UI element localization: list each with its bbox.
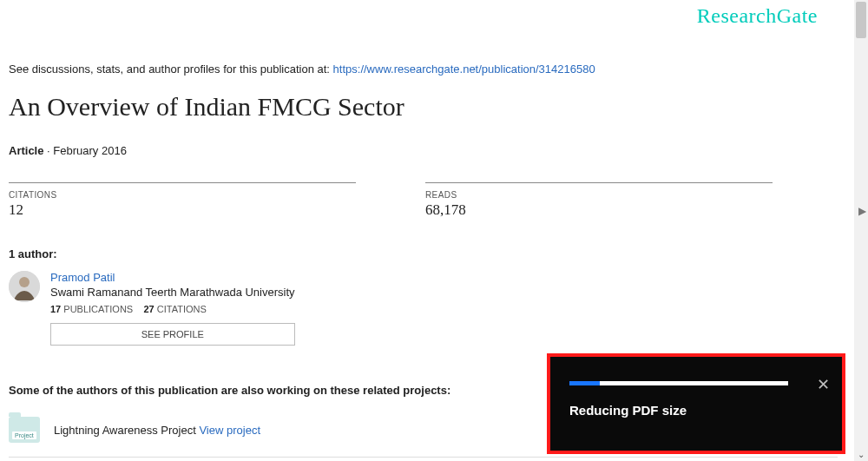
scroll-down-arrow-icon[interactable]: ⌄ bbox=[854, 447, 868, 461]
avatar-icon bbox=[9, 271, 40, 302]
authors-header: 1 author: bbox=[9, 247, 57, 260]
author-stats: 17 PUBLICATIONS 27 CITATIONS bbox=[50, 304, 295, 314]
author-cits-n: 27 bbox=[143, 304, 154, 314]
divider bbox=[9, 182, 356, 183]
reads-value: 68,178 bbox=[425, 201, 773, 219]
stats-row: CITATIONS 12 READS 68,178 bbox=[9, 182, 829, 219]
publication-url-link[interactable]: https://www.researchgate.net/publication… bbox=[333, 63, 595, 76]
author-block: Pramod Patil Swami Ramanand Teerth Marat… bbox=[9, 271, 295, 346]
related-projects-header: Some of the authors of this publication … bbox=[9, 384, 450, 397]
project-row: Project Lightning Awareness Project View… bbox=[9, 417, 260, 443]
author-pubs-n: 17 bbox=[50, 304, 61, 314]
project-text: Lightning Awareness Project View project bbox=[54, 424, 260, 437]
author-avatar[interactable] bbox=[9, 271, 40, 302]
divider bbox=[9, 457, 838, 458]
toast-highlight-frame: Reducing PDF size ✕ bbox=[547, 353, 845, 454]
intro-line: See discussions, stats, and author profi… bbox=[9, 63, 595, 76]
publication-title: An Overview of Indian FMCG Sector bbox=[9, 92, 404, 122]
vertical-scrollbar[interactable]: ⌄ bbox=[854, 0, 868, 461]
author-info: Pramod Patil Swami Ramanand Teerth Marat… bbox=[50, 271, 295, 346]
view-project-link[interactable]: View project bbox=[199, 424, 260, 437]
progress-toast: Reducing PDF size ✕ bbox=[550, 357, 842, 451]
toast-message: Reducing PDF size bbox=[569, 403, 823, 418]
author-pubs-label: PUBLICATIONS bbox=[63, 304, 133, 314]
expand-panel-chevron-icon[interactable]: ▶ bbox=[856, 201, 868, 221]
author-name-link[interactable]: Pramod Patil bbox=[50, 271, 295, 284]
close-icon: ✕ bbox=[817, 376, 830, 393]
svg-point-1 bbox=[19, 277, 30, 287]
project-name: Lightning Awareness Project bbox=[54, 424, 196, 437]
project-icon-label: Project bbox=[12, 431, 36, 439]
progress-bar-track bbox=[569, 381, 788, 385]
divider bbox=[425, 182, 773, 183]
scrollbar-thumb[interactable] bbox=[856, 2, 866, 38]
see-profile-button[interactable]: SEE PROFILE bbox=[50, 323, 295, 346]
stat-reads: READS 68,178 bbox=[425, 182, 773, 219]
citations-label: CITATIONS bbox=[9, 190, 356, 200]
doc-type: Article bbox=[9, 144, 43, 157]
author-cits-label: CITATIONS bbox=[157, 304, 207, 314]
progress-bar-fill bbox=[569, 381, 600, 385]
stat-citations: CITATIONS 12 bbox=[9, 182, 356, 219]
doc-date: February 2016 bbox=[53, 144, 127, 157]
intro-prefix: See discussions, stats, and author profi… bbox=[9, 63, 333, 76]
publication-meta: Article · February 2016 bbox=[9, 144, 127, 157]
toast-close-button[interactable]: ✕ bbox=[816, 378, 830, 392]
project-folder-icon[interactable]: Project bbox=[9, 417, 40, 443]
author-affiliation: Swami Ramanand Teerth Marathwada Univers… bbox=[50, 286, 295, 299]
brand-logo: ResearchGate bbox=[697, 4, 818, 28]
citations-value: 12 bbox=[9, 201, 356, 219]
reads-label: READS bbox=[425, 190, 773, 200]
